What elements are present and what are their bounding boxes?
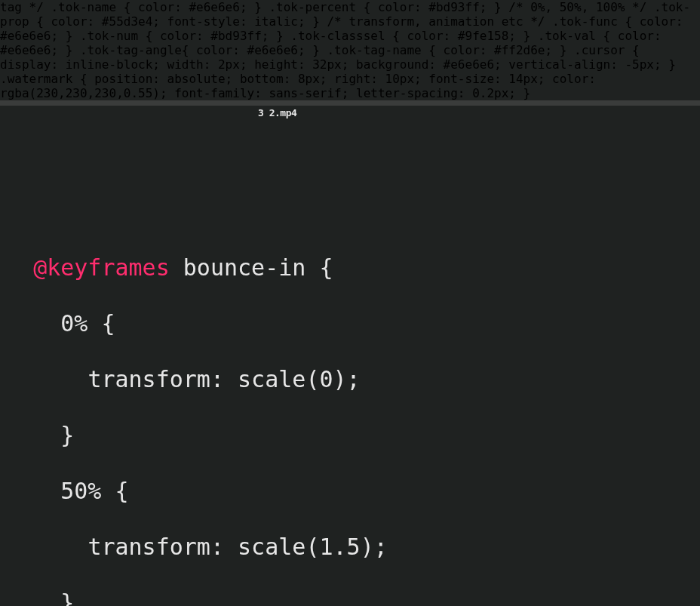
css-function: scale: [238, 366, 305, 392]
code-line: }: [0, 421, 700, 449]
code-line: 0% {: [0, 309, 700, 337]
at-keyword-token: @keyframes: [33, 254, 170, 281]
brace-open: {: [101, 310, 115, 337]
code-line: transform: scale(1.5);: [0, 533, 700, 561]
brace-close: }: [60, 422, 74, 448]
code-line: }: [0, 589, 700, 606]
brace-close: }: [60, 589, 74, 606]
number-token: 1.5: [319, 534, 360, 560]
code-line: transform: scale(0);: [0, 365, 700, 393]
number-token: 0: [319, 366, 333, 392]
editor-top-bar: [0, 100, 700, 106]
css-property: transform: [88, 534, 210, 560]
tab-filename: 3 2.mp4: [258, 99, 296, 127]
css-function: scale: [238, 534, 305, 560]
code-line: 50% {: [0, 477, 700, 505]
keyframe-stop: 0%: [60, 310, 88, 337]
css-property: transform: [88, 366, 210, 392]
code-editor[interactable]: 3 2.mp4 @keyframes bounce-in { 0% { tran…: [0, 100, 700, 606]
brace-open: {: [319, 254, 333, 281]
brace-open: {: [115, 478, 129, 504]
code-line: @keyframes bounce-in {: [0, 254, 700, 281]
keyframe-stop: 50%: [60, 478, 101, 504]
animation-name-token: bounce-in: [183, 254, 306, 281]
